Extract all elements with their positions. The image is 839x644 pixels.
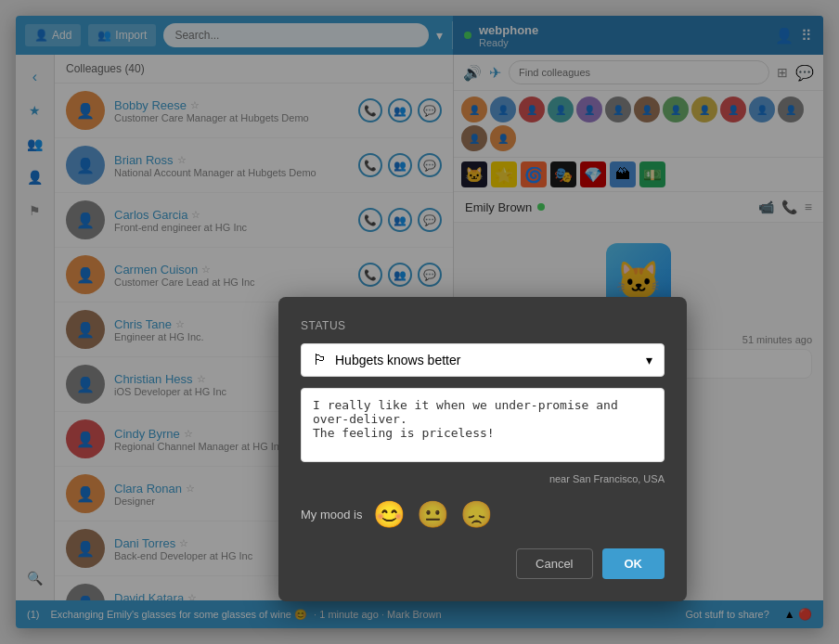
sad-mood-button[interactable]: 😞 <box>460 499 493 530</box>
chevron-down-icon: ▾ <box>646 353 652 367</box>
mood-row: My mood is 😊 😐 😞 <box>301 499 665 530</box>
ok-button[interactable]: OK <box>602 548 665 579</box>
status-select-dropdown[interactable]: 🏳 Hubgets knows better ▾ <box>301 343 665 377</box>
modal-title: Status <box>301 319 665 332</box>
location-text: near San Francisco, USA <box>301 473 665 484</box>
neutral-mood-button[interactable]: 😐 <box>417 499 449 530</box>
cancel-button[interactable]: Cancel <box>516 548 592 579</box>
happy-mood-button[interactable]: 😊 <box>373 499 406 530</box>
modal-overlay: Status 🏳 Hubgets knows better ▾ I really… <box>0 0 839 644</box>
mood-label: My mood is <box>301 508 362 522</box>
status-text-input[interactable]: I really like it when we under-promise a… <box>301 388 665 462</box>
status-label: Hubgets knows better <box>335 353 460 367</box>
modal-buttons: Cancel OK <box>301 548 665 579</box>
flag-icon: 🏳 <box>313 352 328 368</box>
status-modal: Status 🏳 Hubgets knows better ▾ I really… <box>278 297 687 601</box>
